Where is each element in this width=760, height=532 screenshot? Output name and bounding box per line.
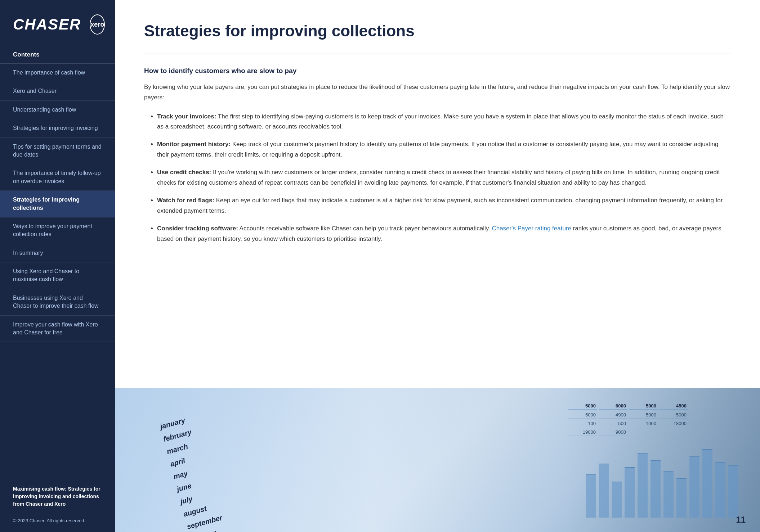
sidebar-item-importance-follow-up[interactable]: The importance of timely follow-up on ov…: [0, 164, 115, 191]
grid-cell: 5000: [629, 411, 658, 419]
bar-chart-bar: [612, 482, 622, 518]
grid-cell: 5000: [568, 411, 597, 419]
section-subtitle: How to identify customers who are slow t…: [144, 67, 731, 75]
bar-chart-bar: [702, 449, 712, 518]
chaser-logo: CHASER: [13, 16, 81, 33]
bar-chart-bar: [728, 465, 738, 518]
copyright-text: © 2023 Chaser. All rights reserved.: [13, 518, 102, 523]
intro-paragraph: By knowing who your late payers are, you…: [144, 82, 731, 103]
grid-cell: 1000: [629, 420, 658, 427]
grid-cell: 4900: [599, 411, 627, 419]
month-labels: januaryfebruarymarchaprilmayjunejulyaugu…: [158, 411, 231, 532]
grid-cell: 5000: [659, 411, 688, 419]
grid-cell: 100: [568, 420, 597, 427]
page-number: 11: [736, 515, 746, 525]
bar-chart-bar: [638, 453, 648, 518]
bar-chart-bar: [676, 478, 687, 518]
grid-cell: 9000: [599, 429, 627, 436]
grid-cell: 500: [599, 420, 627, 427]
payer-rating-link[interactable]: Chaser's Payer rating feature: [492, 225, 571, 232]
bar-chart-bar: [586, 474, 596, 518]
bar-chart-bar: [663, 471, 674, 518]
sidebar-footer: Maximising cash flow: Strategies for imp…: [0, 475, 115, 532]
bar-chart-bar: [689, 456, 699, 518]
sidebar-navigation: Contents The importance of cash flowXero…: [0, 46, 115, 475]
bar-chart: [586, 438, 738, 518]
contents-header[interactable]: Contents: [0, 46, 115, 64]
bar-chart-bar: [599, 464, 609, 518]
bullet-item-red-flags: Watch for red flags: Keep an eye out for…: [157, 195, 731, 216]
sidebar-header: CHASER xero: [0, 0, 115, 46]
sidebar-item-improve-free[interactable]: Improve your cash flow with Xero and Cha…: [0, 316, 115, 342]
bullet-list: Track your invoices: The first step to i…: [144, 112, 731, 244]
bottom-image: januaryfebruarymarchaprilmayjunejulyaugu…: [115, 388, 760, 532]
bar-chart-bar: [715, 462, 725, 518]
sidebar-item-understanding-cash-flow[interactable]: Understanding cash flow: [0, 101, 115, 119]
sidebar: CHASER xero Contents The importance of c…: [0, 0, 115, 532]
sidebar-item-in-summary[interactable]: In summary: [0, 244, 115, 262]
section-divider: [144, 54, 731, 54]
bullet-item-credit-checks: Use credit checks: If you're working wit…: [157, 167, 731, 188]
sidebar-item-using-xero-chaser[interactable]: Using Xero and Chaser to maximise cash f…: [0, 262, 115, 289]
page-title: Strategies for improving collections: [144, 22, 731, 41]
sidebar-item-ways-improve-payment[interactable]: Ways to improve your payment collection …: [0, 217, 115, 244]
sidebar-item-xero-chaser[interactable]: Xero and Chaser: [0, 82, 115, 100]
grid-cell: 18000: [659, 420, 688, 427]
bullet-item-monitor-history: Monitor payment history: Keep track of y…: [157, 139, 731, 160]
xero-logo: xero: [90, 14, 105, 35]
bar-chart-bar: [625, 467, 635, 518]
grid-cell: 4500: [659, 402, 688, 410]
spreadsheet-visual: januaryfebruarymarchaprilmayjunejulyaugu…: [130, 399, 346, 521]
sidebar-item-tips-payment-terms[interactable]: Tips for setting payment terms and due d…: [0, 138, 115, 164]
number-grid: 5000600050004500500049005000500010050010…: [568, 402, 688, 436]
grid-cell: 19000: [568, 429, 597, 436]
main-content: Strategies for improving collections How…: [115, 0, 760, 532]
sidebar-item-strategies-invoicing[interactable]: Strategies for improving invoicing: [0, 119, 115, 137]
grid-cell: 5000: [629, 402, 658, 410]
bar-chart-bar: [651, 460, 661, 518]
sidebar-item-businesses-using[interactable]: Businesses using Xero and Chaser to impr…: [0, 289, 115, 316]
content-area: Strategies for improving collections How…: [115, 0, 760, 388]
document-title: Maximising cash flow: Strategies for imp…: [13, 485, 102, 508]
grid-cell: 5000: [568, 402, 597, 410]
grid-cell: 6000: [599, 402, 627, 410]
sidebar-item-strategies-collections[interactable]: Strategies for improving collections: [0, 191, 115, 217]
sidebar-item-importance-cash-flow[interactable]: The importance of cash flow: [0, 64, 115, 82]
bullet-item-tracking-software: Consider tracking software: Accounts rec…: [157, 224, 731, 244]
bullet-item-track-invoices: Track your invoices: The first step to i…: [157, 112, 731, 132]
